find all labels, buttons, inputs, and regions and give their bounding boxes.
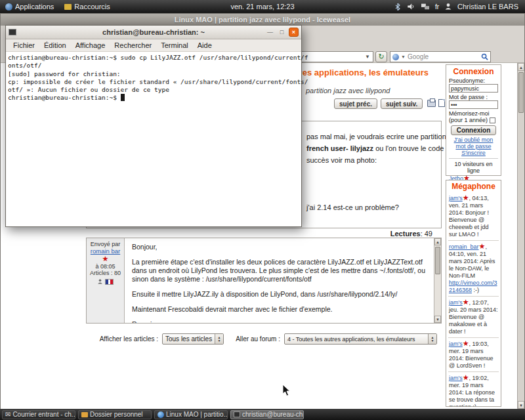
taskbar-item-terminal[interactable]: christian@bureau-chr...: [230, 410, 304, 419]
user-icon: [444, 3, 452, 10]
post-text-fragment: j'ai 2.14 est-ce un problème?: [306, 201, 438, 213]
applications-menu[interactable]: Applications: [0, 0, 59, 13]
remember-me-checkbox[interactable]: [490, 117, 495, 123]
goto-forum-label: Aller au forum :: [229, 335, 280, 343]
terminal-line: onts/otf/: [8, 62, 299, 70]
login-panel-title: Connexion: [449, 67, 498, 76]
terminal-menu-item[interactable]: Fichier: [9, 41, 39, 49]
megaphone-title: Mégaphone: [448, 182, 499, 191]
terminal-window-title: christian@bureau-christian: ~: [6, 28, 301, 36]
reads-counter: Lectures: 49: [86, 230, 442, 238]
maximize-button[interactable]: □: [277, 28, 287, 37]
user-menu[interactable]: Christian LE BARS: [457, 3, 518, 10]
search-icon[interactable]: [481, 53, 488, 60]
taskbar-item-file-manager[interactable]: Dossier personnel: [78, 410, 152, 419]
shortcuts-menu[interactable]: Raccourcis: [59, 0, 115, 13]
register-link[interactable]: S'inscrire: [461, 150, 486, 156]
network-icon[interactable]: [421, 3, 430, 10]
page-scrollbar[interactable]: ▲ ▼: [517, 63, 524, 409]
goto-forum-select[interactable]: 4 - Toutes les autres applications, les …: [284, 333, 437, 345]
top-panel: Applications Raccourcis ven. 21 mars, 12…: [0, 0, 525, 13]
username-field[interactable]: [449, 84, 498, 93]
post-scrollbar-thumb[interactable]: [435, 247, 440, 274]
forgot-password-link[interactable]: J'ai oublié mon mot de passe: [454, 136, 494, 150]
author-link[interactable]: romain bar: [87, 247, 124, 255]
select-stepper-icon[interactable]: ▲▼: [215, 334, 223, 344]
filter-articles-select[interactable]: Tous les articles ▲▼: [162, 333, 224, 345]
megaphone-user-link[interactable]: jam's: [449, 195, 463, 201]
browser-window-title: Linux MAO | partition jazz avec lilypond…: [175, 16, 350, 24]
password-field[interactable]: [449, 100, 498, 109]
browser-icon: [158, 411, 164, 418]
previous-topic-button[interactable]: sujet préc.: [334, 98, 377, 109]
printable-version-icon[interactable]: [438, 99, 445, 107]
terminal-menu-item[interactable]: Rechercher: [110, 41, 156, 49]
search-box[interactable]: ▼: [390, 51, 491, 62]
remember-me-label: Mémorisez-moi (pour 1 année): [449, 110, 490, 123]
megaphone-user-link[interactable]: jam's: [449, 341, 463, 347]
select-stepper-icon[interactable]: ▲▼: [428, 334, 436, 344]
terminal-menu-item[interactable]: Édition: [39, 41, 71, 49]
megaphone-panel: Mégaphone jam's★, 04:13, ven. 21 mars 20…: [446, 180, 501, 407]
megaphone-user-link[interactable]: romain_bar: [449, 243, 479, 250]
post-time: à 08:05: [87, 263, 124, 270]
taskbar-item-mail[interactable]: ✉ Courrier entrant - ch...: [2, 410, 75, 419]
terminal-menu-item[interactable]: Aide: [193, 41, 217, 49]
megaphone-user-link[interactable]: jam's: [449, 375, 463, 381]
terminal-output[interactable]: christian@bureau-christian:~$ sudo cp Li…: [6, 52, 301, 226]
search-input[interactable]: [408, 53, 479, 60]
terminal-prompt-line: christian@bureau-christian:~$: [8, 94, 299, 102]
megaphone-message: jam's★, 19:03, mer. 19 mars 2014: Bienve…: [448, 338, 499, 372]
terminal-titlebar[interactable]: christian@bureau-christian: ~ — □ ×: [6, 26, 301, 39]
taskbar-item-browser[interactable]: Linux MAO | partitio...: [154, 410, 228, 419]
next-topic-button[interactable]: sujet suiv.: [381, 98, 423, 109]
applications-menu-label: Applications: [15, 3, 54, 10]
thread-title: partition jazz avec lilypond: [306, 87, 390, 94]
mouse-cursor: [282, 384, 291, 397]
volume-icon[interactable]: [407, 3, 415, 10]
terminal-window-icon: [9, 29, 16, 35]
browser-titlebar[interactable]: Linux MAO | partition jazz avec lilypond…: [1, 14, 524, 26]
post-scrollbar[interactable]: ▲ ▼: [434, 238, 441, 323]
location-dropdown-icon[interactable]: ▼: [362, 54, 373, 60]
scroll-down-icon[interactable]: ▼: [434, 316, 441, 323]
system-tray: fr Christian LE BARS: [394, 3, 525, 11]
reload-button[interactable]: ↻: [375, 51, 387, 62]
page-scrollbar-thumb[interactable]: [518, 72, 524, 113]
terminal-prompt: christian@bureau-christian:~$: [8, 94, 121, 101]
bluetooth-icon[interactable]: [394, 3, 402, 11]
megaphone-messages: jam's★, 04:13, ven. 21 mars 2014: Bonjou…: [448, 192, 499, 407]
divider: [449, 158, 498, 159]
terminal-line: christian@bureau-christian:~$ sudo cp Li…: [8, 54, 299, 62]
post-text-fragment: [306, 190, 438, 201]
terminal-line: otf/ »: Aucun fichier ou dossier de ce t…: [8, 86, 299, 94]
terminal-menu-item[interactable]: Terminal: [156, 41, 193, 49]
post-paragraph: La première étape c'est d'installer les …: [132, 258, 427, 284]
user-profile-icon[interactable]: [97, 278, 103, 285]
reads-label: Lectures: [390, 230, 421, 238]
scroll-up-icon[interactable]: ▲: [518, 63, 524, 71]
star-icon: ★: [102, 255, 109, 262]
minimize-button[interactable]: —: [265, 28, 275, 37]
print-icon[interactable]: [427, 100, 436, 107]
login-button[interactable]: Connexion: [451, 125, 497, 135]
username-label: Pseudonyme:: [449, 77, 498, 84]
applications-menu-icon: [5, 3, 12, 10]
close-button[interactable]: ×: [289, 28, 299, 37]
password-label: Mot de passe :: [449, 94, 498, 100]
post-text-fragment: [306, 178, 438, 190]
filter-articles-label: Afficher les articles :: [85, 335, 158, 343]
reads-count: : 49: [421, 230, 432, 238]
shortcuts-menu-label: Raccourcis: [74, 3, 110, 10]
scroll-down-icon[interactable]: ▼: [518, 401, 524, 409]
terminal-window: christian@bureau-christian: ~ — □ × Fich…: [5, 25, 302, 227]
scroll-up-icon[interactable]: ▲: [434, 238, 441, 245]
terminal-menu-item[interactable]: Affichage: [71, 41, 110, 49]
megaphone-user-link[interactable]: jam's: [449, 299, 463, 306]
visitors-count: 10 visiteurs en ligne: [449, 161, 498, 174]
terminal-cursor: [121, 94, 125, 101]
post-paragraph: Romain: [132, 320, 427, 323]
search-engine-icon[interactable]: [392, 54, 399, 60]
search-engine-dropdown-icon[interactable]: ▼: [401, 54, 406, 59]
keyboard-layout-indicator[interactable]: fr: [435, 3, 439, 10]
